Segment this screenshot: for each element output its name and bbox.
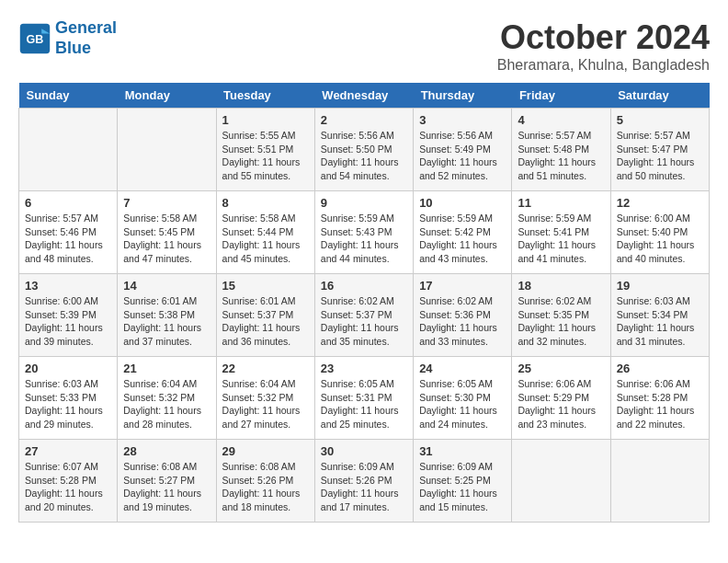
day-number: 8 <box>222 196 309 210</box>
day-number: 15 <box>222 279 309 293</box>
calendar-cell: 13Sunrise: 6:00 AMSunset: 5:39 PMDayligh… <box>19 274 118 357</box>
logo-line1: General <box>55 18 117 37</box>
cell-content: Sunrise: 6:05 AMSunset: 5:30 PMDaylight:… <box>419 377 506 431</box>
cell-content: Sunrise: 5:56 AMSunset: 5:49 PMDaylight:… <box>419 129 506 183</box>
day-number: 23 <box>321 362 407 375</box>
day-number: 11 <box>518 196 604 210</box>
calendar-cell <box>512 440 610 523</box>
day-number: 30 <box>321 444 407 458</box>
calendar-cell: 1Sunrise: 5:55 AMSunset: 5:51 PMDaylight… <box>216 109 314 191</box>
calendar-week-row: 20Sunrise: 6:03 AMSunset: 5:33 PMDayligh… <box>19 357 710 440</box>
cell-content: Sunrise: 6:03 AMSunset: 5:34 PMDaylight:… <box>617 294 703 349</box>
cell-content: Sunrise: 6:00 AMSunset: 5:40 PMDaylight:… <box>617 212 703 266</box>
calendar-week-row: 1Sunrise: 5:55 AMSunset: 5:51 PMDaylight… <box>19 109 710 191</box>
calendar-cell: 3Sunrise: 5:56 AMSunset: 5:49 PMDaylight… <box>414 109 512 191</box>
day-number: 3 <box>419 113 506 127</box>
day-number: 18 <box>518 279 604 293</box>
day-number: 9 <box>321 196 407 210</box>
calendar-cell: 2Sunrise: 5:56 AMSunset: 5:50 PMDaylight… <box>314 109 413 191</box>
weekday-header: Monday <box>118 83 216 109</box>
calendar-cell <box>19 109 118 191</box>
day-number: 2 <box>321 113 407 127</box>
cell-content: Sunrise: 5:57 AMSunset: 5:46 PMDaylight:… <box>25 212 111 266</box>
month-title: October 2024 <box>497 18 710 57</box>
cell-content: Sunrise: 6:00 AMSunset: 5:39 PMDaylight:… <box>25 294 111 349</box>
calendar-cell: 10Sunrise: 5:59 AMSunset: 5:42 PMDayligh… <box>414 191 512 274</box>
cell-content: Sunrise: 6:03 AMSunset: 5:33 PMDaylight:… <box>25 377 111 431</box>
cell-content: Sunrise: 6:09 AMSunset: 5:26 PMDaylight:… <box>321 460 407 514</box>
day-number: 26 <box>617 362 703 375</box>
calendar-cell: 27Sunrise: 6:07 AMSunset: 5:28 PMDayligh… <box>19 440 118 523</box>
cell-content: Sunrise: 5:56 AMSunset: 5:50 PMDaylight:… <box>321 129 407 183</box>
day-number: 4 <box>518 113 604 127</box>
cell-content: Sunrise: 6:01 AMSunset: 5:37 PMDaylight:… <box>222 294 309 349</box>
cell-content: Sunrise: 5:57 AMSunset: 5:47 PMDaylight:… <box>617 129 703 183</box>
location: Bheramara, Khulna, Bangladesh <box>497 57 710 74</box>
cell-content: Sunrise: 6:01 AMSunset: 5:38 PMDaylight:… <box>123 294 210 349</box>
logo: GB General Blue <box>18 18 117 58</box>
calendar-cell: 18Sunrise: 6:02 AMSunset: 5:35 PMDayligh… <box>512 274 610 357</box>
calendar-cell: 4Sunrise: 5:57 AMSunset: 5:48 PMDaylight… <box>512 109 610 191</box>
calendar-week-row: 27Sunrise: 6:07 AMSunset: 5:28 PMDayligh… <box>19 440 710 523</box>
cell-content: Sunrise: 5:59 AMSunset: 5:41 PMDaylight:… <box>518 212 604 266</box>
calendar-cell: 5Sunrise: 5:57 AMSunset: 5:47 PMDaylight… <box>610 109 709 191</box>
calendar-cell: 16Sunrise: 6:02 AMSunset: 5:37 PMDayligh… <box>314 274 413 357</box>
cell-content: Sunrise: 6:02 AMSunset: 5:36 PMDaylight:… <box>419 294 506 349</box>
cell-content: Sunrise: 5:59 AMSunset: 5:43 PMDaylight:… <box>321 212 407 266</box>
cell-content: Sunrise: 6:08 AMSunset: 5:27 PMDaylight:… <box>123 460 210 514</box>
weekday-header: Saturday <box>610 83 709 109</box>
cell-content: Sunrise: 5:58 AMSunset: 5:45 PMDaylight:… <box>123 212 210 266</box>
calendar-cell: 26Sunrise: 6:06 AMSunset: 5:28 PMDayligh… <box>610 357 709 440</box>
cell-content: Sunrise: 5:58 AMSunset: 5:44 PMDaylight:… <box>222 212 309 266</box>
svg-text:GB: GB <box>27 33 44 46</box>
calendar-cell: 11Sunrise: 5:59 AMSunset: 5:41 PMDayligh… <box>512 191 610 274</box>
day-number: 24 <box>419 362 506 375</box>
page-header: GB General Blue October 2024 Bheramara, … <box>18 18 710 74</box>
calendar-cell: 15Sunrise: 6:01 AMSunset: 5:37 PMDayligh… <box>216 274 314 357</box>
calendar-cell: 28Sunrise: 6:08 AMSunset: 5:27 PMDayligh… <box>118 440 216 523</box>
day-number: 28 <box>123 444 210 458</box>
day-number: 19 <box>617 279 703 293</box>
cell-content: Sunrise: 5:57 AMSunset: 5:48 PMDaylight:… <box>518 129 604 183</box>
day-number: 29 <box>222 444 309 458</box>
day-number: 16 <box>321 279 407 293</box>
day-number: 6 <box>25 196 111 210</box>
calendar-cell: 30Sunrise: 6:09 AMSunset: 5:26 PMDayligh… <box>314 440 413 523</box>
cell-content: Sunrise: 6:02 AMSunset: 5:35 PMDaylight:… <box>518 294 604 349</box>
day-number: 14 <box>123 279 210 293</box>
weekday-header: Tuesday <box>216 83 314 109</box>
day-number: 13 <box>25 279 111 293</box>
calendar-cell: 23Sunrise: 6:05 AMSunset: 5:31 PMDayligh… <box>314 357 413 440</box>
calendar-week-row: 6Sunrise: 5:57 AMSunset: 5:46 PMDaylight… <box>19 191 710 274</box>
logo-icon: GB <box>18 22 51 55</box>
calendar-cell: 31Sunrise: 6:09 AMSunset: 5:25 PMDayligh… <box>414 440 512 523</box>
cell-content: Sunrise: 6:04 AMSunset: 5:32 PMDaylight:… <box>123 377 210 431</box>
day-number: 1 <box>222 113 309 127</box>
calendar-cell: 29Sunrise: 6:08 AMSunset: 5:26 PMDayligh… <box>216 440 314 523</box>
logo-line2: Blue <box>55 39 91 57</box>
calendar-cell: 24Sunrise: 6:05 AMSunset: 5:30 PMDayligh… <box>414 357 512 440</box>
calendar-cell: 8Sunrise: 5:58 AMSunset: 5:44 PMDaylight… <box>216 191 314 274</box>
calendar-cell: 25Sunrise: 6:06 AMSunset: 5:29 PMDayligh… <box>512 357 610 440</box>
calendar-cell: 7Sunrise: 5:58 AMSunset: 5:45 PMDaylight… <box>118 191 216 274</box>
day-number: 12 <box>617 196 703 210</box>
day-number: 7 <box>123 196 210 210</box>
calendar-body: 1Sunrise: 5:55 AMSunset: 5:51 PMDaylight… <box>19 109 710 523</box>
cell-content: Sunrise: 6:06 AMSunset: 5:29 PMDaylight:… <box>518 377 604 431</box>
cell-content: Sunrise: 6:06 AMSunset: 5:28 PMDaylight:… <box>617 377 703 431</box>
calendar-cell: 12Sunrise: 6:00 AMSunset: 5:40 PMDayligh… <box>610 191 709 274</box>
calendar-table: SundayMondayTuesdayWednesdayThursdayFrid… <box>18 83 710 523</box>
calendar-header: SundayMondayTuesdayWednesdayThursdayFrid… <box>19 83 710 109</box>
calendar-cell: 20Sunrise: 6:03 AMSunset: 5:33 PMDayligh… <box>19 357 118 440</box>
day-number: 25 <box>518 362 604 375</box>
calendar-cell: 6Sunrise: 5:57 AMSunset: 5:46 PMDaylight… <box>19 191 118 274</box>
logo-text: General Blue <box>55 18 117 58</box>
weekday-header: Friday <box>512 83 610 109</box>
calendar-cell: 17Sunrise: 6:02 AMSunset: 5:36 PMDayligh… <box>414 274 512 357</box>
calendar-week-row: 13Sunrise: 6:00 AMSunset: 5:39 PMDayligh… <box>19 274 710 357</box>
cell-content: Sunrise: 6:07 AMSunset: 5:28 PMDaylight:… <box>25 460 111 514</box>
calendar-cell: 22Sunrise: 6:04 AMSunset: 5:32 PMDayligh… <box>216 357 314 440</box>
day-number: 5 <box>617 113 703 127</box>
calendar-cell: 9Sunrise: 5:59 AMSunset: 5:43 PMDaylight… <box>314 191 413 274</box>
cell-content: Sunrise: 5:55 AMSunset: 5:51 PMDaylight:… <box>222 129 309 183</box>
